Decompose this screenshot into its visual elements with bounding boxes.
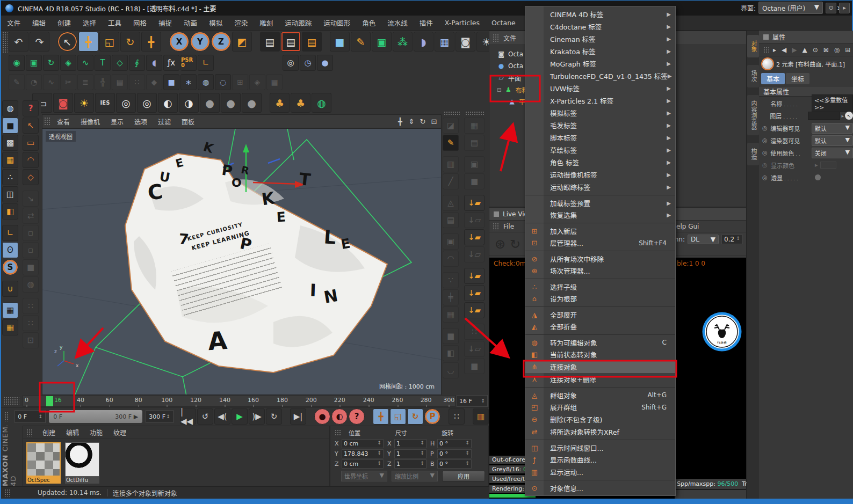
menu-item[interactable]: 文件 [1,16,26,30]
interface-dropdown[interactable]: Octane (用户)▼ [758,2,823,14]
attr-tab[interactable]: 基本 [761,73,785,84]
toolbar-icon[interactable]: Z [211,32,231,52]
playback-button[interactable]: ▶| [290,408,306,425]
toolbar-icon[interactable]: ▣ [372,32,392,52]
context-menu-tag-item[interactable]: 角色 标签 ▶ [525,156,675,169]
toolbar-icon[interactable]: ◗ [414,32,433,52]
context-menu-item[interactable]: ◍ 转为可编辑对象 C [525,334,675,348]
tool-icon[interactable]: ↓▰ [464,285,485,301]
context-menu-tag-item[interactable]: 恢复选集 ▶ [525,209,675,221]
tool-icon[interactable]: ◬ [443,195,459,211]
material-menu-item[interactable]: 纹理 [108,428,132,437]
playback-button[interactable]: ◱ [390,408,406,425]
mode-icon[interactable]: S [2,259,18,275]
keyframe-radio-icon[interactable]: ◎ [762,149,768,156]
panel-corner-icon[interactable]: ▸ [839,3,850,13]
context-menu-item[interactable]: ⊞ 加入新层 [525,223,675,237]
current-frame-spinner[interactable]: 16 F↕ [457,395,488,407]
viewport-menu-item[interactable]: 过滤 [153,117,176,126]
toolbar-icon[interactable]: ◩ [232,32,252,52]
viewport[interactable]: 透视视图 [42,128,442,395]
toolbar-icon[interactable]: ∿ [77,55,93,71]
tool-icon[interactable]: ? [23,100,39,116]
context-menu-tag-item[interactable]: UVW标签 ▶ [525,82,675,94]
attribute-dropdown[interactable]: 默认▼ [812,135,853,146]
mode-icon[interactable]: ∪ [2,281,18,297]
tool-icon[interactable]: ■ [23,259,39,275]
menu-item[interactable]: 运动跟踪 [279,16,317,30]
toolbar-icon[interactable]: ⁂ [393,32,413,52]
context-menu-tag-item[interactable]: C4doctane 标签 ▶ [525,20,675,33]
name-input[interactable]: <<多重数值>> [812,94,853,112]
panel-grip[interactable] [493,34,499,42]
toolbar-grip[interactable] [2,32,8,53]
toolbar-icon[interactable]: ▤ [112,74,128,90]
playback-button[interactable]: |◀◀ [180,408,196,425]
toolbar-icon[interactable]: ● [242,93,262,113]
chn-dropdown[interactable]: DL▼ [688,235,719,244]
tool-icon[interactable]: ✎ [443,135,459,151]
coord-input[interactable]: 0 °↕ [437,439,472,448]
mode-icon[interactable]: ▩ [2,135,18,151]
context-menu-tag-item[interactable]: 加载标签预置 ▶ [525,195,675,209]
toolbar-icon[interactable]: ◷ [300,55,316,71]
mode-icon[interactable]: ▦ [2,152,18,168]
context-menu-item[interactable]: ◰ 展开群组 Shift+G [525,401,675,413]
menu-item[interactable]: Octane [486,16,522,30]
panel-grip[interactable] [763,47,769,53]
object-label[interactable]: Octa [508,50,523,58]
tool-icon[interactable]: ∷ [464,324,485,340]
context-menu-tag-item[interactable]: TurbulenceFD_C4D_v1-0_1435 标签 ▶ [525,70,675,82]
menu-item[interactable]: 流水线 [381,16,414,30]
menu-item[interactable]: 网格 [127,16,153,30]
mode-icon[interactable]: ▦ [2,302,18,318]
menu-item[interactable]: 选择 [77,16,102,30]
tool-icon[interactable]: ■ [464,173,485,189]
tool-icon[interactable]: ◇ [23,169,39,185]
toolbar-icon[interactable]: ● [317,55,333,71]
color-swatch-field[interactable]: ▸ [815,162,836,169]
toolbar-icon[interactable]: ▤ [281,32,301,52]
toolbar-icon[interactable]: PSR 0 [180,55,197,71]
material-thumbnail[interactable]: OctSpec [26,442,62,487]
keyframe-radio-icon[interactable]: ◎ [762,174,769,181]
lv-right-menus[interactable]: elp Gui [676,223,699,230]
toolbar-icon[interactable]: ● [200,93,220,113]
context-menu-item[interactable]: ⋏ 连接对象+删除 [525,373,675,385]
material-menu-item[interactable]: 创建 [37,428,61,437]
toolbar-icon[interactable]: ▣ [26,55,42,71]
menu-item[interactable]: 编辑 [26,16,52,30]
panel-grip[interactable] [4,412,9,421]
context-menu-tag-item[interactable]: CINEMA 4D 标签 ▶ [525,8,675,20]
playback-button[interactable]: ◐ [331,408,348,425]
context-menu-tag-item[interactable]: X-Particles 2.1 标签 ▶ [525,94,675,107]
menu-item[interactable]: 工具 [102,16,127,30]
dock-grip[interactable] [444,111,460,115]
tool-icon[interactable]: ▫ [23,242,39,258]
coord-system-dropdown[interactable]: 世界坐标▼ [341,471,387,481]
material-menu-item[interactable]: 功能 [84,428,108,437]
mode-icon[interactable]: ▦ [2,319,18,335]
context-menu-tag-item[interactable]: 草绘标签 ▶ [525,144,675,156]
frame-range-slider[interactable]: 0 F300 F ▶ [49,410,142,423]
toolbar-icon[interactable]: ∮ [129,55,145,71]
menu-item[interactable]: 模拟 [203,16,228,30]
toolbar-icon[interactable]: ◈ [249,74,265,90]
material-thumbnail[interactable]: OctDiffu [65,442,100,487]
panel-grip[interactable] [335,429,341,436]
playback-button[interactable]: ↻ [266,408,282,425]
menu-item[interactable]: 雕刻 [254,16,279,30]
keyframe-radio-icon[interactable]: ◎ [762,162,769,169]
toolbar-icon[interactable]: T [95,55,111,71]
context-menu-tag-item[interactable]: 脚本标签 ▶ [525,132,675,144]
mode-icon[interactable]: ■ [2,118,18,134]
tool-icon[interactable]: ↖ [23,118,39,134]
tool-icon[interactable]: ▫ [23,225,39,241]
mode-icon[interactable]: ◍ [2,100,18,116]
context-menu-item[interactable]: ⊖ 删除(不包含子级) [525,413,675,426]
playback-button[interactable]: ∷ [449,408,465,425]
panel-grip[interactable] [4,489,11,496]
start-frame-spinner[interactable]: 0 F↕ [15,410,46,423]
tool-icon[interactable]: ◍ [23,276,39,293]
context-menu-item[interactable]: ⊡ 层管理器... Shift+F4 [525,237,675,249]
